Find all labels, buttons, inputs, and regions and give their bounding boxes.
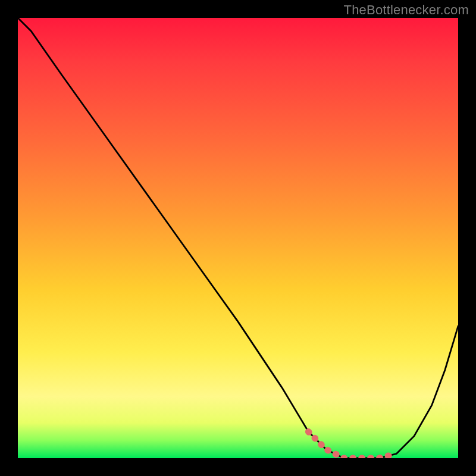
chart-stage: TheBottlenecker.com — [0, 0, 476, 476]
highlight-segment — [308, 432, 396, 458]
attribution-label: TheBottlenecker.com — [344, 2, 469, 18]
plot-area — [18, 18, 458, 458]
curve-layer — [18, 18, 458, 458]
bottleneck-curve — [18, 18, 458, 458]
